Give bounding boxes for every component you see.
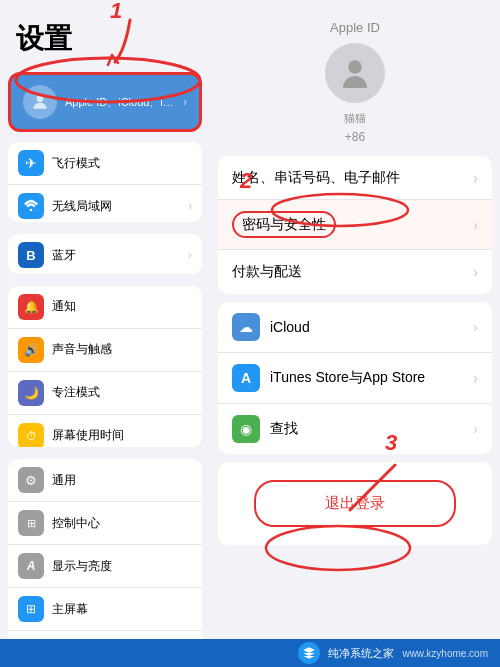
- svg-point-2: [348, 60, 362, 74]
- sidebar-item-control-center[interactable]: ⊞ 控制中心: [8, 502, 202, 545]
- svg-point-1: [30, 209, 33, 212]
- sidebar-section-2: B 蓝牙 ›: [8, 234, 202, 274]
- sidebar-item-general[interactable]: ⚙ 通用: [8, 459, 202, 502]
- payment-label: 付款与配送: [232, 263, 473, 281]
- right-item-icloud[interactable]: ☁ iCloud ›: [218, 302, 492, 353]
- general-icon: ⚙: [18, 467, 44, 493]
- svg-point-0: [37, 95, 44, 102]
- sidebar-item-wifi-label: 无线局域网: [52, 198, 188, 215]
- watermark-logo: [298, 642, 320, 664]
- chevron-icon: ›: [473, 421, 478, 437]
- findmy-icon: ◉: [232, 415, 260, 443]
- chevron-icon: ›: [473, 319, 478, 335]
- sidebar-section-4: ⚙ 通用 ⊞ 控制中心 A 显示与亮度 ⊞ 主屏幕 ♿ 辅助功能: [8, 459, 202, 661]
- right-item-password-security[interactable]: 密码与安全性 ›: [218, 200, 492, 250]
- security-circle: 密码与安全性: [232, 211, 336, 238]
- sidebar-item-notifications-label: 通知: [52, 298, 192, 315]
- sidebar-item-focus-label: 专注模式: [52, 384, 192, 401]
- sounds-icon: 🔊: [18, 337, 44, 363]
- sidebar-section-3: 🔔 通知 🔊 声音与触感 🌙 专注模式 ⏱ 屏幕使用时间: [8, 286, 202, 447]
- sidebar-chevron-icon: ›: [188, 199, 192, 213]
- watermark-bar: 纯净系统之家 www.kzyhome.com: [0, 639, 500, 667]
- sidebar-chevron-icon: ›: [188, 248, 192, 262]
- sidebar-item-label: 飞行模式: [52, 155, 192, 172]
- appstore-icon: A: [232, 364, 260, 392]
- sidebar: 设置 Apple ID、iCloud、iTunes与App... › ✈ 飞行模…: [0, 0, 210, 667]
- sidebar-section-1: ✈ 飞行模式 无线局域网 ›: [8, 142, 202, 222]
- phone-number: +86: [345, 130, 365, 144]
- services-section: ☁ iCloud › A iTunes Store与App Store › ◉ …: [218, 302, 492, 454]
- sidebar-apple-id-text: Apple ID、iCloud、iTunes与App...: [65, 95, 179, 110]
- bluetooth-icon: B: [18, 242, 44, 268]
- sidebar-item-home-screen[interactable]: ⊞ 主屏幕: [8, 588, 202, 631]
- chevron-icon: ›: [473, 217, 478, 233]
- sidebar-item-wifi[interactable]: 无线局域网 ›: [8, 185, 202, 222]
- logout-button[interactable]: 退出登录: [254, 480, 456, 527]
- sidebar-item-display[interactable]: A 显示与亮度: [8, 545, 202, 588]
- sidebar-item-screen-time-label: 屏幕使用时间: [52, 427, 192, 444]
- sidebar-item-general-label: 通用: [52, 472, 192, 489]
- account-section: 姓名、串话号码、电子邮件 › 密码与安全性 › 付款与配送 ›: [218, 156, 492, 294]
- notifications-icon: 🔔: [18, 294, 44, 320]
- right-item-payment[interactable]: 付款与配送 ›: [218, 250, 492, 294]
- appstore-label: iTunes Store与App Store: [270, 369, 473, 387]
- sidebar-item-airplane[interactable]: ✈ 飞行模式: [8, 142, 202, 185]
- sidebar-item-notifications[interactable]: 🔔 通知: [8, 286, 202, 329]
- password-security-label: 密码与安全性: [242, 216, 326, 232]
- sidebar-item-focus[interactable]: 🌙 专注模式: [8, 372, 202, 415]
- right-header: Apple ID 猫猫 +86: [210, 0, 500, 156]
- logout-section: 退出登录: [218, 462, 492, 545]
- control-center-icon: ⊞: [18, 510, 44, 536]
- focus-icon: 🌙: [18, 380, 44, 406]
- chevron-icon: ›: [473, 170, 478, 186]
- sidebar-item-sounds[interactable]: 🔊 声音与触感: [8, 329, 202, 372]
- right-item-name-phone[interactable]: 姓名、串话号码、电子邮件 ›: [218, 156, 492, 200]
- sidebar-apple-id-item[interactable]: Apple ID、iCloud、iTunes与App... ›: [8, 72, 202, 132]
- main-container: 设置 Apple ID、iCloud、iTunes与App... › ✈ 飞行模…: [0, 0, 500, 667]
- sidebar-apple-id-avatar: [23, 85, 57, 119]
- name-phone-label: 姓名、串话号码、电子邮件: [232, 169, 473, 187]
- chevron-icon: ›: [473, 370, 478, 386]
- chevron-icon: ›: [473, 264, 478, 280]
- right-item-appstore[interactable]: A iTunes Store与App Store ›: [218, 353, 492, 404]
- airplane-icon: ✈: [18, 150, 44, 176]
- profile-name: 猫猫: [344, 111, 366, 126]
- right-item-findmy[interactable]: ◉ 查找 ›: [218, 404, 492, 454]
- profile-avatar: [325, 43, 385, 103]
- sidebar-item-bluetooth[interactable]: B 蓝牙 ›: [8, 234, 202, 274]
- right-content: 姓名、串话号码、电子邮件 › 密码与安全性 › 付款与配送 › ☁: [210, 156, 500, 667]
- logout-text: 退出登录: [325, 494, 385, 513]
- findmy-label: 查找: [270, 420, 473, 438]
- icloud-label: iCloud: [270, 319, 473, 335]
- watermark-url: www.kzyhome.com: [402, 648, 488, 659]
- sidebar-item-bluetooth-label: 蓝牙: [52, 247, 188, 264]
- home-screen-icon: ⊞: [18, 596, 44, 622]
- icloud-icon: ☁: [232, 313, 260, 341]
- logout-container: 退出登录: [218, 462, 492, 545]
- sidebar-item-home-screen-label: 主屏幕: [52, 601, 192, 618]
- screen-time-icon: ⏱: [18, 423, 44, 447]
- sidebar-item-screen-time[interactable]: ⏱ 屏幕使用时间: [8, 415, 202, 447]
- apple-id-label: Apple ID: [330, 20, 380, 35]
- right-panel: Apple ID 猫猫 +86 姓名、串话号码、电子邮件 › 密码: [210, 0, 500, 667]
- sidebar-item-display-label: 显示与亮度: [52, 558, 192, 575]
- sidebar-item-control-center-label: 控制中心: [52, 515, 192, 532]
- sidebar-title: 设置: [0, 0, 210, 68]
- display-icon: A: [18, 553, 44, 579]
- watermark-text: 纯净系统之家: [328, 646, 394, 661]
- sidebar-chevron-icon: ›: [183, 95, 187, 109]
- sidebar-item-sounds-label: 声音与触感: [52, 341, 192, 358]
- wifi-icon: [18, 193, 44, 219]
